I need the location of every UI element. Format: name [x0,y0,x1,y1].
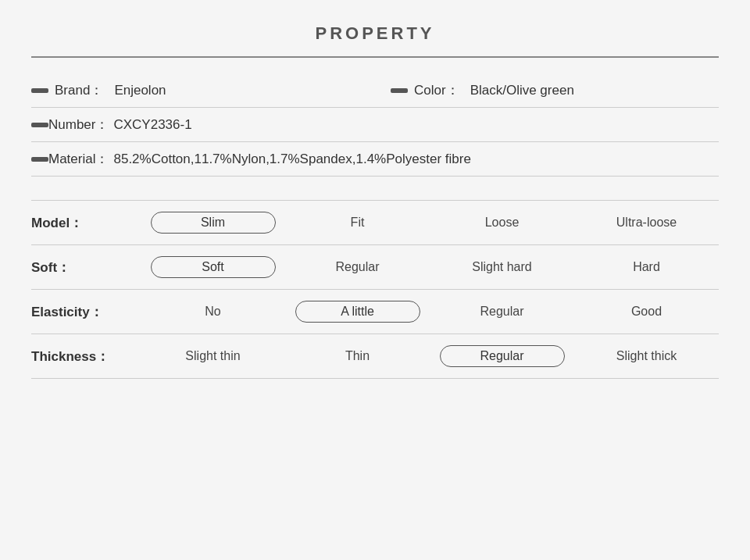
dash-icon-material [31,157,48,162]
rating-option-soft-0[interactable]: Soft [151,256,276,278]
number-value: CXCY2336-1 [113,117,191,133]
rating-row-elasticity: Elasticity：NoA littleRegularGood [31,290,719,334]
brand-value: Enjeolon [114,83,166,98]
rating-option-model-0[interactable]: Slim [151,212,276,234]
color-col: Color： Black/Olive green [359,81,719,99]
rating-row-model: Model：SlimFitLooseUltra-loose [31,201,719,245]
top-divider [31,56,719,58]
rating-row-thickness: Thickness：Slight thinThinRegularSlight t… [31,334,719,379]
rating-options-elasticity: NoA littleRegularGood [141,301,719,323]
material-value: 85.2%Cotton,11.7%Nylon,1.7%Spandex,1.4%P… [113,152,470,167]
rating-option-thickness-3[interactable]: Slight thick [584,349,709,363]
rating-option-elasticity-2[interactable]: Regular [440,305,565,319]
rating-label-elasticity: Elasticity： [31,303,141,321]
rating-option-model-2[interactable]: Loose [440,216,565,230]
number-row: Number： CXCY2336-1 [31,108,719,142]
material-label: Material： [48,150,109,168]
rating-option-elasticity-3[interactable]: Good [584,305,709,319]
properties-section: Brand： Enjeolon Color： Black/Olive green… [31,73,719,177]
color-value: Black/Olive green [470,83,574,98]
dash-icon-number [31,123,48,127]
rating-option-thickness-0[interactable]: Slight thin [151,349,276,363]
rating-option-thickness-2[interactable]: Regular [440,345,565,367]
rating-option-soft-3[interactable]: Hard [584,260,709,274]
rating-label-model: Model： [31,214,141,232]
rating-options-thickness: Slight thinThinRegularSlight thick [141,345,719,367]
rating-label-thickness: Thickness： [31,348,141,366]
ratings-section: Model：SlimFitLooseUltra-looseSoft：SoftRe… [31,200,719,379]
number-label: Number： [48,116,109,134]
rating-option-soft-1[interactable]: Regular [295,260,420,274]
rating-option-soft-2[interactable]: Slight hard [440,260,565,274]
material-row: Material： 85.2%Cotton,11.7%Nylon,1.7%Spa… [31,142,719,177]
color-label: Color： [414,81,459,99]
main-container: PROPERTY Brand： Enjeolon Color： Black/Ol… [0,0,750,560]
rating-options-model: SlimFitLooseUltra-loose [141,212,719,234]
rating-option-elasticity-0[interactable]: No [151,305,276,319]
brand-label: Brand： [55,81,103,99]
rating-option-elasticity-1[interactable]: A little [295,301,420,323]
rating-label-soft: Soft： [31,259,141,276]
brand-col: Brand： Enjeolon [31,81,359,99]
dash-icon-brand [31,88,48,93]
page-title: PROPERTY [31,23,719,44]
dash-icon-color [391,88,408,93]
rating-option-model-1[interactable]: Fit [295,216,420,230]
rating-option-thickness-1[interactable]: Thin [295,349,420,363]
brand-color-row: Brand： Enjeolon Color： Black/Olive green [31,73,719,108]
rating-row-soft: Soft：SoftRegularSlight hardHard [31,245,719,290]
rating-option-model-3[interactable]: Ultra-loose [584,216,709,230]
rating-options-soft: SoftRegularSlight hardHard [141,256,719,278]
